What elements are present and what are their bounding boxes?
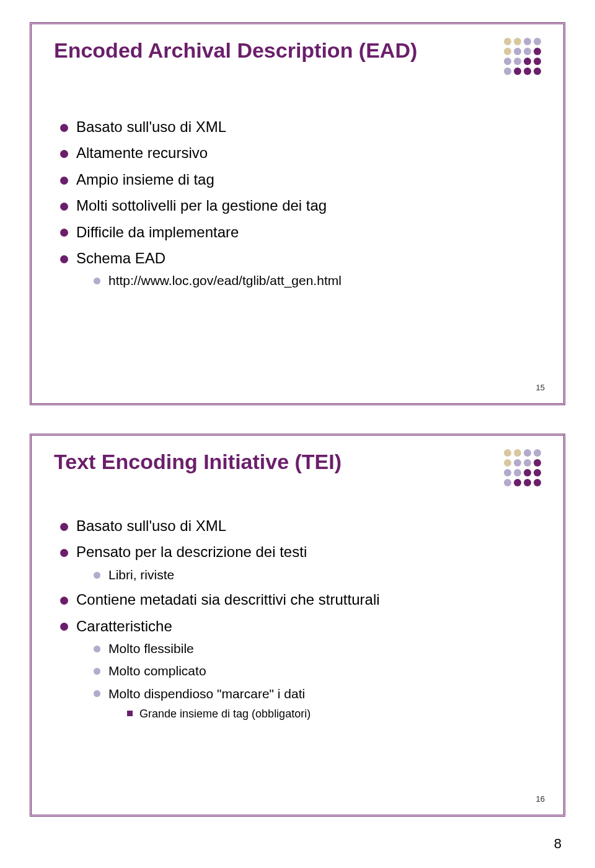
dot-icon: [524, 449, 531, 457]
dot-icon: [504, 479, 511, 486]
dot-icon: [534, 469, 541, 476]
bullet: Schema EAD http://www.loc.gov/ead/tglib/…: [60, 248, 539, 290]
bullet-text: Schema EAD: [76, 250, 165, 266]
dot-icon: [524, 58, 531, 65]
logo-dots: [504, 38, 541, 75]
slide-number: 15: [536, 383, 545, 392]
bullet-link-text: http://www.loc.gov/ead/tglib/att_gen.htm…: [108, 273, 342, 287]
dot-icon: [504, 48, 511, 55]
dot-icon: [524, 479, 531, 486]
dot-icon: [514, 449, 521, 457]
slide-number: 16: [536, 794, 545, 804]
bullet-text: Molti sottolivelli per la gestione dei t…: [76, 197, 327, 214]
slide-title: Text Encoding Initiative (TEI): [54, 449, 458, 474]
page-number: 8: [554, 836, 562, 852]
bullet-text: Caratteristiche: [76, 618, 172, 634]
dot-icon: [524, 469, 531, 476]
dot-icon: [514, 459, 521, 467]
bullet: Pensato per la descrizione dei testi Lib…: [60, 542, 539, 584]
bullet-text: Molto complicato: [108, 664, 206, 678]
bullet: Contiene metadati sia descrittivi che st…: [60, 590, 539, 610]
slide-title: Encoded Archival Description (EAD): [54, 38, 458, 63]
bullet: Molto flessibile: [94, 640, 539, 657]
bullet-text: Basato sull'uso di XML: [76, 118, 226, 135]
dot-icon: [524, 68, 531, 75]
bullet: Altamente recursivo: [60, 143, 539, 163]
bullet-text: Libri, riviste: [108, 568, 174, 582]
dot-icon: [534, 459, 541, 467]
dot-icon: [504, 58, 511, 65]
dot-icon: [504, 449, 511, 457]
logo-dots: [504, 449, 541, 486]
dot-icon: [524, 38, 531, 45]
slide-content: Basato sull'uso di XML Altamente recursi…: [60, 117, 539, 296]
dot-icon: [514, 58, 521, 65]
bullet-text: Molto flessibile: [108, 641, 194, 655]
bullet: Molti sottolivelli per la gestione dei t…: [60, 196, 539, 216]
dot-icon: [514, 469, 521, 476]
bullet: Basato sull'uso di XML: [60, 117, 539, 137]
bullet-text: Contiene metadati sia descrittivi che st…: [76, 591, 380, 608]
bullet: Caratteristiche Molto flessibile Molto c…: [60, 616, 539, 722]
dot-icon: [534, 68, 541, 75]
dot-icon: [504, 68, 511, 75]
dot-icon: [534, 48, 541, 55]
slide-ead: Encoded Archival Description (EAD) Basat…: [30, 22, 565, 405]
dot-icon: [514, 479, 521, 486]
bullet-text: Ampio insieme di tag: [76, 171, 214, 188]
dot-icon: [514, 38, 521, 45]
bullet: Grande insieme di tag (obbligatori): [126, 706, 539, 721]
bullet-text: Molto dispendioso "marcare" i dati: [108, 686, 305, 701]
bullet-text: Basato sull'uso di XML: [76, 517, 226, 534]
bullet-text: Pensato per la descrizione dei testi: [76, 543, 307, 560]
dot-icon: [534, 58, 541, 65]
bullet-text: Difficile da implementare: [76, 224, 239, 240]
bullet: Basato sull'uso di XML: [60, 516, 539, 536]
dot-icon: [534, 449, 541, 457]
slide-tei: Text Encoding Initiative (TEI) Basato su…: [30, 434, 565, 817]
dot-icon: [534, 479, 541, 486]
bullet: Libri, riviste: [94, 566, 539, 584]
bullet: Ampio insieme di tag: [60, 170, 539, 190]
dot-icon: [524, 459, 531, 467]
dot-icon: [504, 38, 511, 45]
dot-icon: [514, 48, 521, 55]
bullet: Molto complicato: [94, 662, 539, 680]
bullet: http://www.loc.gov/ead/tglib/att_gen.htm…: [94, 272, 539, 289]
dot-icon: [524, 48, 531, 55]
dot-icon: [534, 38, 541, 45]
dot-icon: [504, 459, 511, 467]
slide-content: Basato sull'uso di XML Pensato per la de…: [60, 516, 539, 727]
bullet-text: Altamente recursivo: [76, 144, 208, 161]
dot-icon: [514, 68, 521, 75]
bullet: Difficile da implementare: [60, 222, 539, 242]
bullet: Molto dispendioso "marcare" i dati Grand…: [94, 685, 539, 722]
bullet-text: Grande insieme di tag (obbligatori): [139, 708, 311, 720]
dot-icon: [504, 469, 511, 476]
